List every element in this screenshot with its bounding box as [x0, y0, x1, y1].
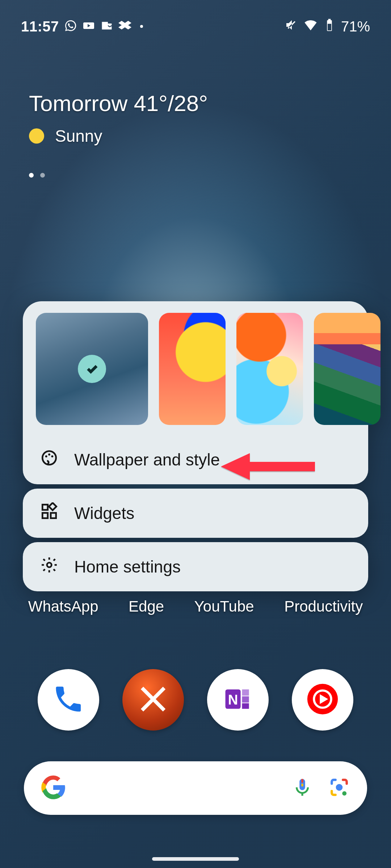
weather-condition: Sunny [55, 126, 102, 146]
home-longpress-menu: Wallpaper and style Widgets Home setting… [23, 301, 368, 591]
svg-point-2 [48, 453, 50, 455]
dock-x[interactable] [122, 669, 184, 731]
status-time: 11:57 [21, 18, 59, 35]
app-label-edge: Edge [129, 598, 164, 615]
svg-text:N: N [228, 692, 238, 707]
svg-rect-4 [42, 505, 48, 510]
menu-item-label: Widgets [74, 503, 134, 523]
wallpaper-thumb-selected[interactable] [36, 313, 148, 425]
dock-onenote[interactable]: N [207, 669, 269, 731]
svg-rect-13 [242, 703, 249, 709]
dock-phone[interactable] [38, 669, 99, 731]
wallpaper-picker-panel: Wallpaper and style [23, 301, 368, 484]
annotation-arrow [221, 447, 315, 488]
onenote-icon: N [221, 682, 255, 717]
weather-widget[interactable]: Tomorrow 41°/28° Sunny [29, 90, 208, 146]
battery-icon [322, 18, 337, 35]
svg-point-18 [342, 791, 346, 796]
menu-home-settings[interactable]: Home settings [23, 542, 368, 591]
outlook-icon [100, 19, 113, 34]
svg-rect-11 [242, 689, 249, 695]
google-logo-icon [41, 775, 66, 801]
menu-wallpaper-and-style[interactable]: Wallpaper and style [23, 435, 368, 484]
gesture-nav-bar[interactable] [152, 857, 239, 861]
svg-point-8 [47, 562, 52, 567]
widgets-icon [40, 502, 58, 524]
mute-icon [285, 18, 299, 35]
svg-rect-5 [42, 513, 48, 518]
check-icon [78, 355, 106, 383]
sun-icon [29, 128, 44, 144]
app-label-whatsapp: WhatsApp [28, 598, 98, 615]
gear-icon [40, 556, 58, 578]
svg-point-1 [45, 455, 47, 457]
battery-percent: 71% [341, 18, 370, 35]
dropbox-icon [118, 19, 131, 34]
svg-rect-7 [49, 503, 56, 510]
palette-icon [40, 449, 58, 471]
lens-icon[interactable] [328, 776, 350, 800]
svg-rect-6 [51, 513, 56, 518]
dock-youtube-music[interactable] [292, 669, 353, 731]
app-labels-row: WhatsApp Edge YouTube Productivity [0, 598, 391, 615]
page-dot-active [29, 173, 34, 178]
page-dot [40, 173, 45, 178]
menu-item-label: Home settings [74, 557, 181, 576]
wallpaper-thumb-3[interactable] [236, 313, 303, 425]
svg-rect-16 [301, 779, 303, 783]
whatsapp-icon [64, 19, 77, 34]
wallpaper-thumb-2[interactable] [159, 313, 226, 425]
youtube-icon [82, 19, 95, 34]
app-label-productivity: Productivity [284, 598, 363, 615]
weather-headline: Tomorrow 41°/28° [29, 90, 208, 116]
wifi-icon [303, 18, 318, 35]
app-label-youtube: YouTube [194, 598, 254, 615]
page-indicator [29, 173, 45, 178]
x-icon [136, 682, 170, 717]
menu-widgets[interactable]: Widgets [23, 489, 368, 538]
menu-item-label: Wallpaper and style [74, 450, 220, 469]
search-bar[interactable] [24, 761, 367, 815]
wallpaper-thumb-4[interactable] [314, 313, 381, 425]
phone-icon [52, 682, 85, 717]
svg-point-3 [51, 455, 53, 457]
dock: N [0, 669, 391, 731]
svg-point-19 [336, 784, 343, 791]
youtube-music-icon [306, 682, 339, 717]
notification-overflow-icon [140, 25, 143, 28]
status-bar: 11:57 71% [0, 0, 391, 40]
svg-rect-17 [301, 784, 303, 787]
svg-rect-12 [242, 696, 249, 702]
mic-icon[interactable] [291, 776, 314, 800]
